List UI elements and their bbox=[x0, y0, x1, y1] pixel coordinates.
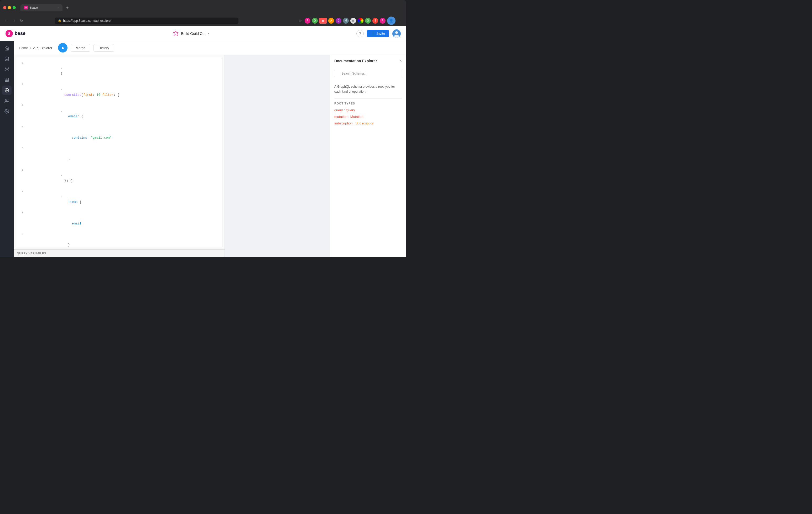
doc-search-input[interactable] bbox=[334, 70, 402, 77]
sidebar-item-data[interactable] bbox=[2, 75, 11, 85]
breadcrumb-current: API Explorer bbox=[33, 46, 52, 50]
invite-label: Invite bbox=[377, 31, 385, 35]
line-content-8: ▾ email bbox=[27, 210, 222, 232]
code-line-1: 1 ▾ { bbox=[16, 60, 222, 82]
doc-explorer-body: A GraphQL schema provides a root type fo… bbox=[330, 80, 406, 257]
run-icon: ▶ bbox=[62, 46, 65, 50]
doc-type-subscription[interactable]: subscription : Subscription bbox=[334, 121, 402, 125]
sidebar-item-api-explorer[interactable] bbox=[2, 86, 11, 95]
address-bar[interactable]: 🔒 https://app.8base.com/api-explorer bbox=[55, 18, 238, 24]
breadcrumb: Home > API Explorer bbox=[19, 46, 52, 50]
users-icon bbox=[4, 98, 9, 103]
refresh-button[interactable]: ↻ bbox=[19, 18, 24, 24]
browser-tab[interactable]: 8 8base × bbox=[21, 4, 62, 11]
content-area: Home > API Explorer ▶ Merge History bbox=[13, 41, 406, 257]
svg-point-4 bbox=[394, 35, 399, 38]
doc-divider bbox=[334, 98, 402, 99]
ext-icon-11: R bbox=[380, 18, 385, 24]
database-icon bbox=[4, 56, 9, 61]
doc-type-mutation-key: mutation bbox=[334, 115, 347, 119]
sidebar-item-settings[interactable] bbox=[2, 107, 11, 116]
avatar-image bbox=[393, 29, 401, 38]
svg-point-5 bbox=[5, 57, 9, 58]
line-num-9: 9 bbox=[16, 232, 27, 247]
doc-explorer-close-button[interactable]: × bbox=[400, 59, 402, 63]
maximize-traffic-light[interactable] bbox=[12, 6, 16, 9]
main-content: Home > API Explorer ▶ Merge History bbox=[0, 41, 406, 257]
code-line-9: 9 ▾ } bbox=[16, 232, 222, 247]
doc-type-subscription-key: subscription bbox=[334, 121, 352, 125]
doc-type-mutation[interactable]: mutation : Mutation bbox=[334, 115, 402, 119]
line-num-1: 1 bbox=[16, 60, 27, 82]
doc-description: A GraphQL schema provides a root type fo… bbox=[334, 84, 402, 94]
user-avatar[interactable] bbox=[393, 29, 401, 38]
line-num-5: 5 bbox=[16, 146, 27, 168]
tab-favicon: 8 bbox=[24, 6, 28, 9]
search-wrap: 🔍 bbox=[334, 70, 402, 77]
sidebar-item-topology[interactable] bbox=[2, 65, 11, 74]
sidebar-item-home[interactable] bbox=[2, 43, 11, 53]
ext-icon-9: G bbox=[365, 18, 371, 24]
svg-text:8: 8 bbox=[8, 31, 10, 36]
line-num-6: 6 bbox=[16, 168, 27, 189]
breadcrumb-home[interactable]: Home bbox=[19, 46, 28, 50]
address-bar-row: ← → ↻ 🔒 https://app.8base.com/api-explor… bbox=[0, 15, 406, 26]
code-editor-main[interactable]: 1 ▾ { 2 ▾ user bbox=[16, 57, 223, 247]
svg-line-11 bbox=[6, 68, 6, 69]
svg-point-6 bbox=[6, 69, 8, 70]
line-content-9: ▾ } bbox=[27, 232, 222, 247]
sidebar-item-database[interactable] bbox=[2, 54, 11, 63]
svg-point-7 bbox=[5, 68, 6, 68]
profile-avatar[interactable]: 👤 bbox=[387, 17, 396, 25]
doc-type-query[interactable]: query : Query bbox=[334, 108, 402, 112]
forward-button[interactable]: → bbox=[11, 18, 17, 24]
code-editor: 1 ▾ { 2 ▾ user bbox=[16, 57, 222, 247]
line-content-7: ▾ items { bbox=[27, 189, 222, 210]
back-button[interactable]: ← bbox=[3, 18, 9, 24]
doc-type-mutation-val[interactable]: Mutation bbox=[350, 115, 364, 119]
browser-chrome: 8 8base × + bbox=[0, 0, 406, 15]
settings-icon bbox=[4, 109, 9, 114]
breadcrumb-separator: > bbox=[30, 46, 32, 50]
app: 8 base Build Guild Co. ▾ ? 👤 Invite bbox=[0, 26, 406, 257]
query-variables-bar[interactable]: QUERY VARIABLES bbox=[13, 249, 225, 257]
logo-text: base bbox=[15, 31, 26, 36]
more-menu-button[interactable]: ⋮ bbox=[397, 18, 403, 24]
doc-explorer-title: Documentation Explorer bbox=[334, 59, 377, 63]
svg-line-12 bbox=[7, 68, 8, 69]
code-line-2: 2 ▾ usersList(first: 10 filter: { bbox=[16, 82, 222, 103]
new-tab-button[interactable]: + bbox=[66, 5, 68, 10]
run-button[interactable]: ▶ bbox=[58, 43, 67, 53]
ext-icon-10: S bbox=[372, 18, 378, 24]
lock-icon: 🔒 bbox=[58, 19, 61, 22]
invite-button[interactable]: 👤 Invite bbox=[367, 30, 389, 37]
svg-point-10 bbox=[8, 70, 9, 71]
tab-close-button[interactable]: × bbox=[57, 6, 59, 9]
close-traffic-light[interactable] bbox=[3, 6, 6, 9]
merge-button[interactable]: Merge bbox=[70, 44, 90, 52]
code-line-3: 3 ▾ email: { bbox=[16, 103, 222, 125]
doc-explorer-header: Documentation Explorer × bbox=[330, 55, 406, 67]
minimize-traffic-light[interactable] bbox=[8, 6, 11, 9]
ext-icon-5: J bbox=[336, 18, 341, 24]
doc-type-mutation-sep: : bbox=[348, 115, 350, 119]
home-icon bbox=[4, 46, 9, 51]
bookmark-icon[interactable]: ☆ bbox=[297, 18, 303, 24]
doc-type-query-val[interactable]: Query bbox=[346, 108, 355, 112]
sidebar-item-users[interactable] bbox=[2, 96, 11, 105]
results-panel bbox=[225, 55, 330, 257]
svg-point-3 bbox=[395, 31, 398, 34]
workspace-chevron-icon[interactable]: ▾ bbox=[208, 32, 209, 35]
code-line-5: 5 ▾ } bbox=[16, 146, 222, 168]
browser-actions: ☆ P G ▦ A J M ▤ G S R 👤 ⋮ bbox=[297, 17, 403, 25]
svg-rect-15 bbox=[5, 78, 9, 82]
header-right: ? 👤 Invite bbox=[356, 29, 401, 38]
svg-line-13 bbox=[6, 69, 6, 70]
workspace-name: Build Guild Co. bbox=[181, 31, 205, 36]
history-button[interactable]: History bbox=[93, 44, 114, 52]
line-content-2: ▾ usersList(first: 10 filter: { bbox=[27, 82, 222, 103]
help-button[interactable]: ? bbox=[356, 30, 364, 37]
svg-point-25 bbox=[5, 99, 7, 100]
doc-type-subscription-val[interactable]: Subscription bbox=[355, 121, 374, 125]
ext-icon-3: ▦ bbox=[319, 18, 327, 24]
